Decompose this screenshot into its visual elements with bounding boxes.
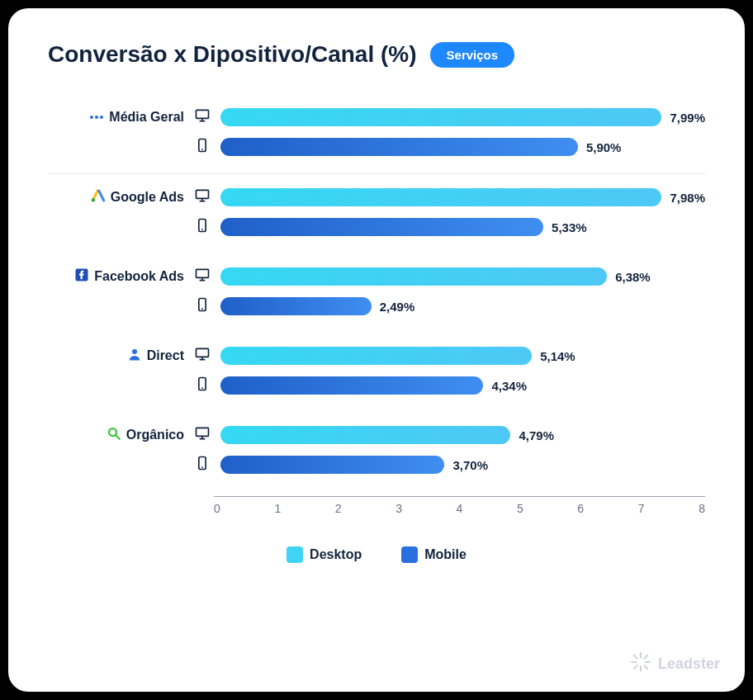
channel-label: Orgânico bbox=[48, 428, 184, 442]
bar-row-mobile: 5,90% bbox=[48, 132, 705, 162]
channel-label: Direct bbox=[48, 348, 184, 363]
bar-desktop bbox=[220, 267, 607, 286]
phone-icon bbox=[194, 376, 211, 395]
channel-group: Facebook Ads 6,38% 2,49% bbox=[48, 253, 705, 333]
bar-mobile bbox=[220, 138, 578, 156]
phone-icon bbox=[194, 217, 211, 237]
bar-col: 5,90% bbox=[220, 138, 705, 156]
bar-col: 7,99% bbox=[220, 108, 705, 126]
bar-row-mobile: 3,70% bbox=[48, 450, 705, 480]
axis-tick: 6 bbox=[577, 502, 584, 515]
device-icon-mobile bbox=[191, 296, 214, 316]
channel-name: Orgânico bbox=[126, 428, 184, 442]
axis-tick: 0 bbox=[214, 502, 220, 515]
legend-swatch-desktop bbox=[287, 546, 303, 563]
bar-row-desktop: Facebook Ads 6,38% bbox=[48, 262, 705, 291]
device-icon-mobile bbox=[191, 137, 214, 157]
google-ads-icon bbox=[91, 188, 106, 206]
value-label-mobile: 4,34% bbox=[491, 379, 527, 393]
device-icon-desktop bbox=[191, 425, 214, 445]
channel-group: Média Geral 7,99% 5,90% bbox=[48, 94, 705, 174]
value-label-desktop: 7,99% bbox=[670, 111, 705, 125]
channel-name: Google Ads bbox=[111, 190, 184, 205]
device-icon-desktop bbox=[191, 107, 214, 127]
device-icon-mobile bbox=[191, 455, 214, 475]
channel-label: Média Geral bbox=[48, 110, 184, 125]
svg-rect-18 bbox=[197, 348, 209, 357]
bar-row-mobile: 2,49% bbox=[48, 291, 705, 321]
x-axis: 012345678 bbox=[214, 496, 705, 515]
svg-rect-6 bbox=[197, 190, 209, 198]
device-icon-desktop bbox=[191, 267, 214, 286]
bar-row-desktop: Orgânico 4,79% bbox=[48, 420, 705, 450]
monitor-icon bbox=[194, 187, 211, 207]
bar-row-desktop: Média Geral 7,99% bbox=[48, 102, 705, 132]
phone-icon bbox=[194, 137, 211, 157]
device-icon-mobile bbox=[191, 376, 214, 395]
svg-rect-0 bbox=[197, 110, 209, 118]
channel-name: Facebook Ads bbox=[94, 269, 184, 284]
chart-card: Conversão x Dipositivo/Canal (%) Serviço… bbox=[8, 8, 745, 692]
chart-body: Média Geral 7,99% 5,90% Google Ads 7,98%… bbox=[48, 94, 705, 563]
value-label-mobile: 3,70% bbox=[452, 458, 488, 472]
channel-group: Orgânico 4,79% 3,70% bbox=[48, 412, 705, 491]
svg-line-37 bbox=[644, 655, 647, 659]
bar-row-mobile: 4,34% bbox=[48, 371, 705, 400]
legend-mobile: Mobile bbox=[401, 546, 466, 563]
value-label-desktop: 7,98% bbox=[670, 191, 705, 205]
dots-icon bbox=[90, 116, 103, 119]
bar-mobile bbox=[220, 218, 543, 236]
channel-label: Facebook Ads bbox=[48, 269, 184, 284]
monitor-icon bbox=[194, 346, 211, 366]
axis-tick: 4 bbox=[457, 502, 463, 515]
bar-desktop bbox=[220, 347, 532, 365]
value-label-mobile: 5,90% bbox=[586, 140, 622, 154]
svg-line-36 bbox=[634, 665, 637, 669]
axis-tick: 1 bbox=[274, 502, 281, 515]
axis-tick: 2 bbox=[335, 502, 342, 515]
value-label-mobile: 5,33% bbox=[552, 220, 587, 234]
svg-point-5 bbox=[92, 198, 96, 202]
bar-row-desktop: Google Ads 7,98% bbox=[48, 182, 705, 212]
legend-label-desktop: Desktop bbox=[310, 547, 362, 562]
category-badge: Serviços bbox=[430, 42, 515, 68]
search-icon bbox=[107, 426, 121, 444]
value-label-desktop: 5,14% bbox=[540, 349, 575, 363]
value-label-desktop: 6,38% bbox=[615, 270, 651, 284]
value-label-desktop: 4,79% bbox=[519, 428, 554, 442]
brand-name: Leadster bbox=[658, 655, 720, 673]
channel-label: Google Ads bbox=[48, 190, 184, 205]
legend-swatch-mobile bbox=[401, 546, 418, 563]
bar-desktop bbox=[220, 108, 661, 126]
bar-mobile bbox=[220, 297, 372, 315]
svg-line-24 bbox=[116, 435, 120, 439]
bar-mobile bbox=[220, 376, 483, 395]
bar-desktop bbox=[220, 188, 661, 206]
value-label-mobile: 2,49% bbox=[380, 300, 415, 314]
channel-name: Média Geral bbox=[109, 110, 184, 125]
brand-logo: Leadster bbox=[630, 651, 720, 677]
svg-point-17 bbox=[132, 349, 137, 354]
bar-col: 7,98% bbox=[220, 188, 705, 206]
bar-row-desktop: Direct 5,14% bbox=[48, 341, 705, 371]
monitor-icon bbox=[194, 425, 211, 445]
legend-label-mobile: Mobile bbox=[424, 547, 466, 562]
device-icon-desktop bbox=[191, 187, 214, 207]
rows-container: Média Geral 7,99% 5,90% Google Ads 7,98%… bbox=[48, 94, 705, 491]
device-icon-desktop bbox=[191, 346, 214, 366]
axis-tick: 7 bbox=[638, 502, 645, 515]
bar-col: 5,33% bbox=[220, 218, 705, 236]
axis-tick: 3 bbox=[395, 502, 402, 515]
phone-icon bbox=[194, 296, 211, 316]
facebook-icon bbox=[74, 267, 89, 286]
bar-desktop bbox=[220, 426, 510, 444]
svg-rect-12 bbox=[197, 269, 209, 277]
bar-col: 4,79% bbox=[220, 426, 705, 444]
chart-header: Conversão x Dipositivo/Canal (%) Serviço… bbox=[48, 41, 705, 68]
bar-col: 2,49% bbox=[220, 297, 705, 315]
legend-desktop: Desktop bbox=[287, 546, 362, 563]
svg-line-34 bbox=[634, 655, 637, 659]
bar-col: 5,14% bbox=[220, 347, 705, 365]
bar-col: 3,70% bbox=[220, 456, 705, 474]
channel-name: Direct bbox=[147, 348, 184, 363]
